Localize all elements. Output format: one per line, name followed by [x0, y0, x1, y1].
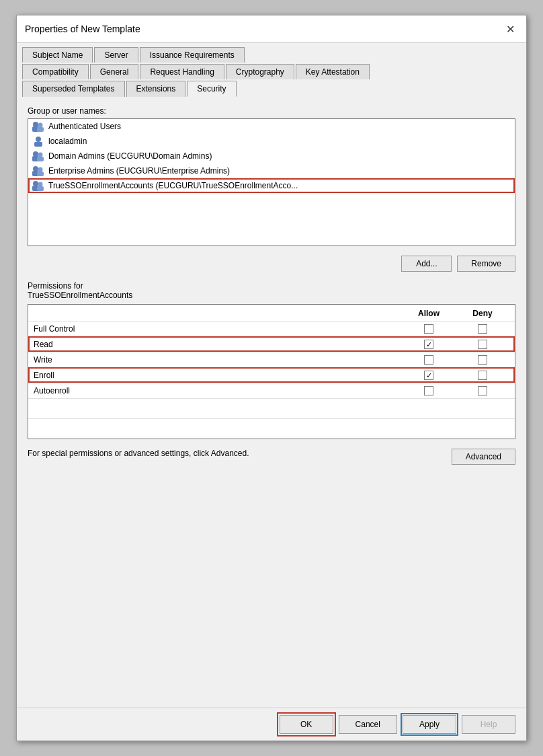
perm-deny-check[interactable] [456, 386, 509, 395]
autoenroll-allow-checkbox[interactable] [424, 386, 433, 395]
tab-server[interactable]: Server [94, 47, 138, 63]
svg-point-9 [38, 153, 43, 157]
remove-button[interactable]: Remove [457, 256, 515, 272]
svg-point-7 [33, 151, 38, 157]
perm-allow-header: Allow [402, 309, 456, 318]
autoenroll-deny-checkbox[interactable] [478, 386, 487, 395]
tabs-container: Subject Name Server Issuance Requirement… [17, 43, 526, 98]
title-bar: Properties of New Template ✕ [17, 15, 526, 43]
perm-deny-check[interactable] [456, 340, 509, 349]
tab-request-handling[interactable]: Request Handling [140, 64, 224, 79]
group-icon [32, 151, 44, 161]
user-icon [32, 136, 44, 147]
list-item-name: Authenticated Users [48, 122, 121, 131]
list-item[interactable]: Enterprise Admins (EUCGURU\Enterprise Ad… [28, 163, 515, 178]
tab-row-3: Superseded Templates Extensions Security [22, 81, 521, 97]
tab-key-attestation[interactable]: Key Attestation [296, 64, 370, 79]
permissions-for-label: Permissions for TrueSSOEnrollmentAccount… [28, 278, 515, 304]
tab-general[interactable]: General [90, 64, 139, 79]
svg-rect-16 [37, 186, 44, 191]
perm-deny-check[interactable] [456, 324, 509, 334]
perm-allow-check[interactable] [402, 324, 456, 334]
group-icon [32, 180, 44, 191]
tab-superseded-templates[interactable]: Superseded Templates [22, 81, 125, 97]
list-item-name: Enterprise Admins (EUCGURU\Enterprise Ad… [48, 166, 230, 176]
add-button[interactable]: Add... [401, 256, 452, 272]
list-item-name: TrueSSOEnrollmentAccounts (EUCGURU\TrueS… [48, 181, 298, 190]
svg-rect-2 [37, 127, 44, 132]
close-button[interactable]: ✕ [502, 21, 518, 37]
perm-row-empty [28, 418, 515, 439]
perm-label: Full Control [34, 324, 402, 334]
svg-point-17 [38, 182, 43, 187]
perm-allow-check[interactable] [402, 355, 456, 365]
read-allow-checkbox[interactable] [424, 340, 433, 349]
perm-name-header [34, 309, 402, 318]
perm-allow-check[interactable] [402, 371, 456, 380]
dialog: Properties of New Template ✕ Subject Nam… [16, 15, 527, 741]
tab-extensions[interactable]: Extensions [126, 81, 186, 97]
svg-point-1 [33, 122, 38, 127]
svg-point-5 [36, 137, 41, 142]
perm-label: Write [34, 355, 402, 365]
write-deny-checkbox[interactable] [478, 355, 487, 365]
tab-cryptography[interactable]: Cryptography [226, 64, 294, 79]
dialog-title: Properties of New Template [25, 24, 140, 34]
list-item[interactable]: Authenticated Users [28, 119, 515, 134]
perm-row-empty [28, 398, 515, 418]
group-users-label: Group or user names: [28, 106, 515, 116]
read-deny-checkbox[interactable] [478, 340, 487, 349]
full-control-allow-checkbox[interactable] [424, 324, 433, 334]
group-users-list[interactable]: Authenticated Users localadmin [28, 118, 515, 246]
svg-rect-12 [37, 172, 44, 176]
perm-row-read: Read [28, 336, 515, 352]
svg-point-15 [33, 181, 38, 186]
perm-row-write: Write [28, 352, 515, 367]
perm-allow-check[interactable] [402, 386, 456, 395]
enroll-deny-checkbox[interactable] [478, 371, 487, 380]
tab-row-1: Subject Name Server Issuance Requirement… [22, 47, 521, 63]
ok-button[interactable]: OK [280, 715, 333, 734]
advanced-button[interactable]: Advanced [452, 449, 515, 465]
permissions-section: Permissions for TrueSSOEnrollmentAccount… [28, 278, 515, 439]
perm-label: Enroll [34, 371, 402, 380]
group-icon [32, 165, 44, 176]
tab-issuance-requirements[interactable]: Issuance Requirements [140, 47, 245, 63]
tab-compatibility[interactable]: Compatibility [22, 64, 89, 79]
perm-allow-check[interactable] [402, 340, 456, 349]
list-item[interactable]: localadmin [28, 134, 515, 149]
full-control-deny-checkbox[interactable] [478, 324, 487, 334]
add-remove-buttons: Add... Remove [28, 256, 515, 272]
list-item[interactable]: Domain Admins (EUCGURU\Domain Admins) [28, 149, 515, 163]
perm-row-autoenroll: Autoenroll [28, 383, 515, 398]
svg-rect-4 [34, 142, 42, 147]
svg-point-3 [38, 123, 43, 128]
cancel-button[interactable]: Cancel [339, 715, 397, 734]
perm-row-full-control: Full Control [28, 321, 515, 336]
permissions-table: Allow Deny Full Control Read [28, 304, 515, 439]
perm-label: Read [34, 340, 402, 349]
svg-rect-8 [37, 157, 44, 161]
group-icon [32, 121, 44, 132]
footer: OK Cancel Apply Help [17, 708, 526, 741]
advanced-text: For special permissions or advanced sett… [28, 449, 438, 458]
permissions-header: Allow Deny [28, 305, 515, 321]
svg-point-13 [38, 167, 43, 172]
perm-label: Autoenroll [34, 386, 402, 395]
perm-row-enroll: Enroll [28, 367, 515, 383]
tab-security[interactable]: Security [187, 81, 236, 97]
tab-subject-name[interactable]: Subject Name [22, 47, 93, 63]
list-item-selected[interactable]: TrueSSOEnrollmentAccounts (EUCGURU\TrueS… [28, 178, 515, 193]
enroll-allow-checkbox[interactable] [424, 371, 433, 380]
help-button[interactable]: Help [462, 715, 515, 734]
content-area: Group or user names: Authenticated Users [17, 98, 526, 708]
apply-button[interactable]: Apply [403, 715, 456, 734]
perm-deny-check[interactable] [456, 371, 509, 380]
list-item-name: localadmin [48, 137, 87, 146]
perm-deny-check[interactable] [456, 355, 509, 365]
write-allow-checkbox[interactable] [424, 355, 433, 365]
list-item-name: Domain Admins (EUCGURU\Domain Admins) [48, 151, 212, 161]
group-users-section: Group or user names: Authenticated Users [28, 106, 515, 246]
svg-point-11 [33, 166, 38, 172]
perm-deny-header: Deny [456, 309, 509, 318]
